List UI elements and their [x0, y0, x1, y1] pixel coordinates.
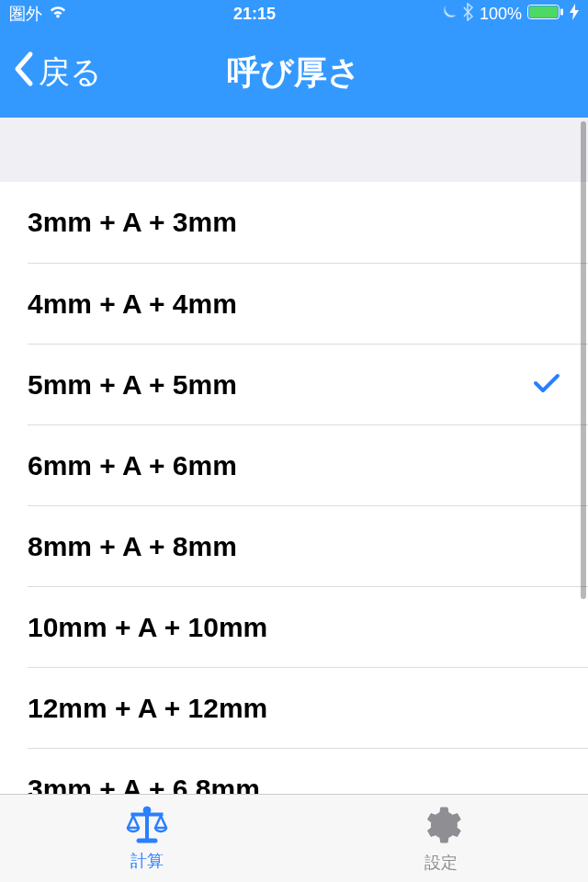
battery-text: 100%: [480, 5, 522, 24]
svg-rect-1: [529, 6, 558, 17]
list-item[interactable]: 5mm + A + 5mm: [28, 344, 588, 424]
scales-icon: [124, 806, 170, 848]
list-item-label: 4mm + A + 4mm: [28, 288, 237, 320]
battery-icon: [527, 5, 564, 24]
list-item[interactable]: 8mm + A + 8mm: [28, 505, 588, 586]
tab-settings-label: 設定: [424, 852, 458, 874]
chevron-left-icon: [13, 51, 35, 95]
back-button[interactable]: 戻る: [0, 51, 102, 95]
back-label: 戻る: [39, 51, 102, 94]
svg-rect-6: [137, 839, 157, 842]
charging-icon: [570, 4, 579, 25]
list-item[interactable]: 12mm + A + 12mm: [28, 667, 588, 748]
svg-rect-2: [560, 8, 563, 15]
list-item-label: 3mm + A + 3mm: [28, 207, 237, 238]
status-left: 圏外: [9, 3, 68, 25]
tab-calc-label: 計算: [130, 850, 164, 872]
nav-bar: 戻る 呼び厚さ: [0, 28, 588, 118]
list-item-label: 6mm + A + 6mm: [28, 450, 237, 481]
bluetooth-icon: [463, 3, 474, 26]
status-right: 100%: [441, 3, 579, 26]
list-item[interactable]: 3mm + A + 6.8mm: [28, 748, 588, 794]
svg-point-5: [143, 807, 151, 814]
list-item-label: 8mm + A + 8mm: [28, 531, 237, 562]
nav-title: 呼び厚さ: [227, 51, 361, 96]
list-item-label: 10mm + A + 10mm: [28, 612, 267, 643]
list-top-spacer: [0, 118, 588, 182]
status-time: 21:15: [68, 5, 441, 24]
wifi-icon: [48, 5, 68, 24]
list-item[interactable]: 6mm + A + 6mm: [28, 424, 588, 505]
list-item-label: 5mm + A + 5mm: [28, 369, 237, 401]
tab-calc[interactable]: 計算: [0, 795, 294, 882]
content-area: 3mm + A + 3mm4mm + A + 4mm5mm + A + 5mm6…: [0, 118, 588, 794]
list-item-label: 12mm + A + 12mm: [28, 693, 267, 724]
gear-icon: [420, 804, 462, 850]
options-list: 3mm + A + 3mm4mm + A + 4mm5mm + A + 5mm6…: [0, 182, 588, 794]
scrollbar-thumb[interactable]: [581, 121, 586, 599]
list-item-label: 3mm + A + 6.8mm: [28, 774, 260, 795]
list-item[interactable]: 10mm + A + 10mm: [28, 586, 588, 667]
tab-bar: 計算 設定: [0, 794, 588, 882]
list-item[interactable]: 4mm + A + 4mm: [28, 263, 588, 344]
carrier-text: 圏外: [9, 3, 42, 25]
dnd-icon: [441, 4, 458, 25]
status-bar: 圏外 21:15 100%: [0, 0, 588, 28]
checkmark-icon: [533, 369, 560, 401]
list-item[interactable]: 3mm + A + 3mm: [0, 182, 588, 263]
tab-settings[interactable]: 設定: [294, 795, 588, 882]
